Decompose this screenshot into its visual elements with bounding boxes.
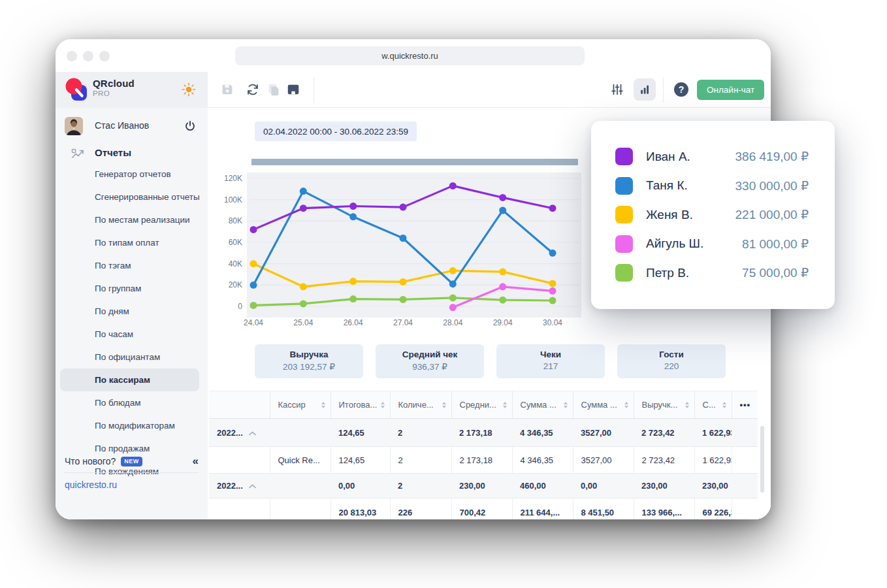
column-header-label: С...	[703, 400, 716, 410]
card-label: Выручка	[255, 350, 363, 359]
sort-icon[interactable]	[321, 402, 325, 408]
sidebar-item[interactable]: По часам	[56, 323, 208, 346]
legend-popup: Иван А.386 419,00 ₽Таня К.330 000,00 ₽Же…	[591, 121, 835, 309]
help-icon[interactable]: ?	[673, 81, 690, 98]
browser-url-bar[interactable]: w.quickresto.ru	[235, 46, 585, 65]
date-range-picker[interactable]: 02.04.2022 00:00 - 30.06.2022 23:59	[255, 122, 417, 141]
column-header[interactable]: Итогова...	[331, 391, 390, 419]
online-chat-button[interactable]: Онлайн-чат	[697, 80, 764, 100]
trend-chart-icon	[71, 148, 84, 163]
table-group-row[interactable]: 2022...0,002230,00460,000,00230,00230,00	[209, 474, 758, 498]
card-value: 220	[617, 361, 726, 371]
chart-horizontal-scrollbar[interactable]	[251, 159, 578, 165]
value-cell: 3527,00	[573, 447, 634, 474]
collapse-group-chevron-icon[interactable]	[249, 481, 256, 491]
sidebar-item[interactable]: По модификаторам	[56, 414, 208, 437]
sort-icon[interactable]	[381, 402, 385, 408]
table-total-row[interactable]: 20 813,03226700,42211 644,...8 451,50133…	[209, 498, 758, 520]
sidebar-item[interactable]: По группам	[56, 277, 208, 300]
group-cell	[209, 498, 270, 520]
browser-chrome: w.quickresto.ru	[56, 39, 771, 72]
collapse-sidebar-icon[interactable]: «	[193, 455, 199, 468]
traffic-light-dot	[99, 51, 110, 61]
legend-name: Петр В.	[646, 266, 742, 280]
sidebar-item[interactable]: По кассирам	[60, 368, 199, 391]
legend-row[interactable]: Петр В.75 000,00 ₽	[615, 264, 809, 282]
sidebar-item[interactable]: По тэгам	[56, 254, 208, 277]
column-header-label: Количе...	[398, 400, 434, 410]
value-cell: 211 644,...	[512, 498, 573, 520]
filters-icon[interactable]	[609, 81, 626, 98]
columns-more-button[interactable]: •••	[740, 400, 751, 410]
legend-name: Иван А.	[646, 150, 735, 164]
legend-row[interactable]: Женя В.221 000,00 ₽	[615, 206, 809, 223]
value-cell: 20 813,03	[331, 498, 390, 520]
column-header[interactable]: Кассир	[270, 391, 331, 419]
sidebar-section-reports[interactable]: Отчеты	[56, 142, 208, 165]
legend-row[interactable]: Иван А.386 419,00 ₽	[615, 148, 809, 165]
theme-toggle-sun-icon[interactable]	[180, 81, 197, 98]
sidebar-menu: Генератор отчетовСгенерированные отчетыП…	[56, 163, 208, 483]
report-table: КассирИтогова...Количе...Средни...Сумма …	[209, 391, 758, 519]
table-data-row[interactable]: Quick Re...124,6522 173,184 346,353527,0…	[209, 447, 758, 474]
user-row[interactable]: Стас Иванов	[56, 113, 208, 139]
refresh-icon[interactable]	[244, 81, 261, 98]
card-value: 203 192,57 ₽	[255, 361, 363, 372]
empty-cell	[732, 447, 758, 474]
copy-icon[interactable]	[265, 81, 282, 98]
sidebar-item[interactable]: По дням	[56, 300, 208, 323]
sidebar-item[interactable]: По официантам	[56, 346, 208, 368]
kiosk-screen-icon[interactable]	[285, 81, 302, 98]
card-value: 217	[496, 361, 605, 371]
save-icon[interactable]	[219, 81, 236, 98]
svg-text:27.04: 27.04	[393, 318, 413, 327]
header-more-cell: •••	[732, 391, 758, 419]
svg-text:29.04: 29.04	[493, 318, 513, 327]
value-cell: 124,65	[331, 447, 390, 474]
column-header[interactable]: Количе...	[390, 391, 451, 419]
cashier-cell	[270, 498, 331, 520]
sort-icon[interactable]	[564, 402, 568, 408]
value-cell: 230,00	[451, 474, 512, 498]
value-cell: 700,42	[451, 498, 512, 520]
chart-svg: 020K40K60K80K100K120K24.0425.0426.0427.0…	[221, 170, 600, 330]
column-header[interactable]: Выручк...	[634, 391, 694, 419]
column-header[interactable]: С...	[694, 391, 732, 419]
sort-icon[interactable]	[442, 402, 446, 408]
collapse-group-chevron-icon[interactable]	[249, 428, 256, 438]
svg-text:20K: 20K	[229, 280, 242, 289]
sort-icon[interactable]	[685, 402, 689, 408]
sort-icon[interactable]	[722, 402, 726, 408]
legend-row[interactable]: Айгуль Ш.81 000,00 ₽	[615, 235, 809, 253]
site-link[interactable]: quickresto.ru	[65, 480, 117, 490]
cashier-cell	[270, 474, 331, 498]
svg-text:28.04: 28.04	[443, 318, 462, 327]
sidebar-section-label: Отчеты	[95, 147, 131, 158]
new-badge: NEW	[121, 457, 142, 466]
sidebar-item[interactable]: Сгенерированные отчеты	[56, 186, 208, 208]
sidebar-item[interactable]: По местам реализации	[56, 208, 208, 231]
column-header[interactable]: Сумма ...	[512, 391, 573, 419]
table-group-row[interactable]: 2022...124,6522 173,184 346,353527,002 7…	[209, 419, 758, 447]
sort-icon[interactable]	[624, 402, 628, 408]
value-cell: 1 622,93	[694, 447, 732, 474]
line-chart: 020K40K60K80K100K120K24.0425.0426.0427.0…	[221, 170, 600, 330]
chart-view-button[interactable]	[634, 78, 656, 101]
user-name: Стас Иванов	[95, 120, 149, 131]
group-label: 2022...	[217, 428, 243, 438]
sidebar-item[interactable]: Генератор отчетов	[56, 163, 208, 186]
logout-power-icon[interactable]	[184, 120, 196, 135]
sort-icon[interactable]	[503, 402, 507, 408]
legend-row[interactable]: Таня К.330 000,00 ₽	[615, 177, 809, 195]
svg-text:100K: 100K	[224, 195, 242, 204]
value-cell: 0,00	[331, 474, 390, 498]
sidebar-item[interactable]: По блюдам	[56, 391, 208, 414]
column-header-label: Выручк...	[642, 400, 678, 410]
app-header: QRcloud PRO	[56, 72, 771, 108]
column-header[interactable]: Сумма ...	[573, 391, 634, 419]
sidebar-item[interactable]: По типам оплат	[56, 231, 208, 254]
column-header[interactable]: Средни...	[451, 391, 512, 419]
whats-new-link[interactable]: Что нового?	[65, 456, 116, 466]
svg-text:40K: 40K	[229, 259, 242, 269]
table-vertical-scrollbar[interactable]	[760, 426, 764, 493]
